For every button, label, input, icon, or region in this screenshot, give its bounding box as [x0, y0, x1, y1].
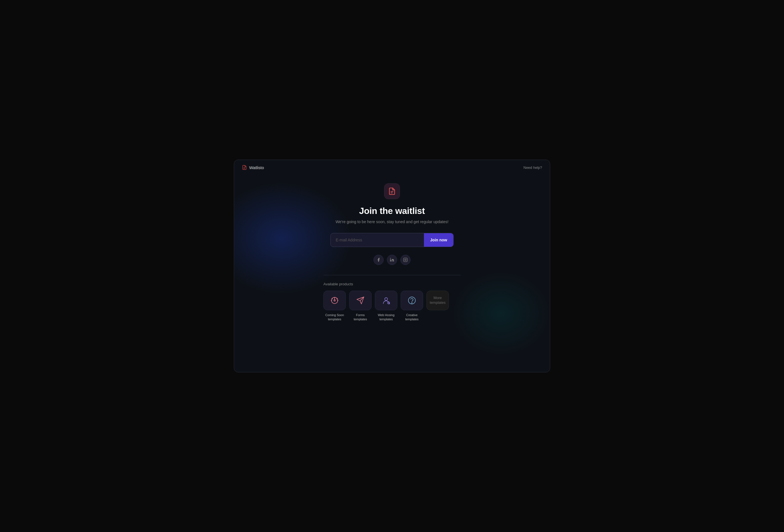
- products-label: Available products: [324, 282, 460, 286]
- coming-soon-icon: [330, 296, 339, 305]
- web-hosting-label: Web Hosingtemplates: [378, 313, 394, 322]
- facebook-button[interactable]: [373, 255, 384, 265]
- help-link[interactable]: Need help?: [524, 166, 542, 170]
- hero-subtitle: We're going to be here soon, stay tuned …: [335, 220, 448, 224]
- products-section: Available products: [324, 282, 460, 322]
- logo: Watlisto: [242, 165, 264, 170]
- header: Watlisto Need help?: [234, 160, 550, 175]
- web-hosting-icon-box: [375, 291, 397, 310]
- instagram-icon: [403, 258, 408, 262]
- divider: [324, 275, 460, 275]
- coming-soon-icon-box: [324, 291, 346, 310]
- facebook-icon: [376, 258, 381, 262]
- linkedin-icon: [390, 258, 394, 262]
- more-icon-box: Moretemplates: [426, 291, 449, 310]
- svg-point-18: [385, 298, 388, 301]
- join-button[interactable]: Join now: [424, 233, 453, 247]
- svg-point-7: [406, 259, 407, 259]
- logo-text: Watlisto: [249, 165, 264, 170]
- svg-point-4: [390, 258, 391, 259]
- svg-rect-5: [403, 258, 407, 261]
- svg-point-22: [412, 303, 412, 303]
- linkedin-button[interactable]: [387, 255, 397, 265]
- instagram-button[interactable]: [400, 255, 411, 265]
- creative-icon-box: [401, 291, 423, 310]
- logo-icon: [242, 165, 247, 170]
- forms-label: Formstemplates: [354, 313, 367, 322]
- app-window: Watlisto Need help? Join the waitlist We…: [234, 160, 550, 372]
- svg-point-6: [404, 259, 406, 260]
- forms-icon: [356, 296, 365, 305]
- app-icon-wrapper: [384, 184, 400, 199]
- forms-icon-box: [349, 291, 371, 310]
- svg-line-20: [389, 304, 390, 304]
- email-input[interactable]: [331, 233, 424, 247]
- coming-soon-label: Coming Soontemplates: [325, 313, 344, 322]
- more-text: Moretemplates: [430, 296, 446, 305]
- main-content: Join the waitlist We're going to be here…: [234, 175, 550, 372]
- product-creative[interactable]: Creativetemplates: [401, 291, 423, 322]
- app-icon: [388, 187, 396, 195]
- products-grid: Coming Soontemplates Formstemplates: [324, 291, 460, 322]
- product-web-hosting[interactable]: Web Hosingtemplates: [375, 291, 397, 322]
- creative-icon: [408, 296, 416, 305]
- web-hosting-icon: [382, 296, 390, 305]
- product-forms[interactable]: Formstemplates: [349, 291, 371, 322]
- product-coming-soon[interactable]: Coming Soontemplates: [324, 291, 346, 322]
- social-icons: [373, 255, 411, 265]
- hero-title: Join the waitlist: [359, 206, 425, 216]
- email-form: Join now: [330, 233, 454, 247]
- creative-label: Creativetemplates: [405, 313, 419, 322]
- product-more[interactable]: Moretemplates: [426, 291, 449, 310]
